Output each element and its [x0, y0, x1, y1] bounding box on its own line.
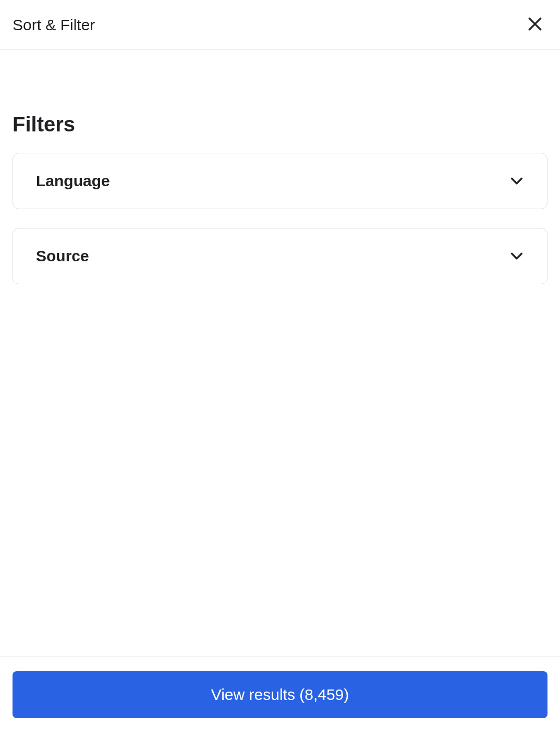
modal-footer: View results (8,459): [0, 656, 560, 738]
modal-header: Sort & Filter: [0, 0, 560, 50]
filter-source[interactable]: Source: [13, 228, 547, 284]
content-area: Filters Language Source: [0, 50, 560, 656]
chevron-down-icon: [509, 174, 524, 188]
modal-title: Sort & Filter: [13, 16, 95, 34]
filter-language-label: Language: [36, 172, 110, 190]
filter-language[interactable]: Language: [13, 153, 547, 209]
close-icon: [527, 16, 543, 34]
filter-source-label: Source: [36, 247, 89, 265]
filters-section-title: Filters: [13, 113, 547, 136]
view-results-button[interactable]: View results (8,459): [13, 671, 547, 718]
close-button[interactable]: [522, 11, 547, 38]
chevron-down-icon: [509, 249, 524, 263]
